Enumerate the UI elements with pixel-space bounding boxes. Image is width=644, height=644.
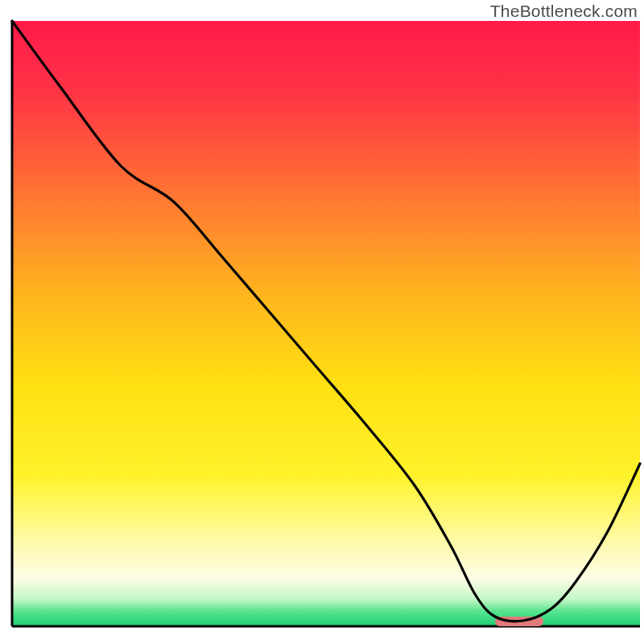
plot-background (12, 21, 640, 626)
chart-container: TheBottleneck.com (0, 0, 644, 644)
bottleneck-chart (0, 0, 644, 644)
watermark-text: TheBottleneck.com (490, 2, 638, 21)
